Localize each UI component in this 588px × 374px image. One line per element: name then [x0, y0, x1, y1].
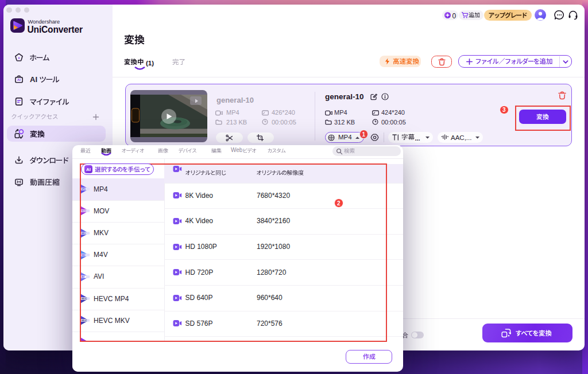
svg-text:AI: AI: [86, 167, 91, 172]
svg-text:AI: AI: [17, 78, 21, 81]
